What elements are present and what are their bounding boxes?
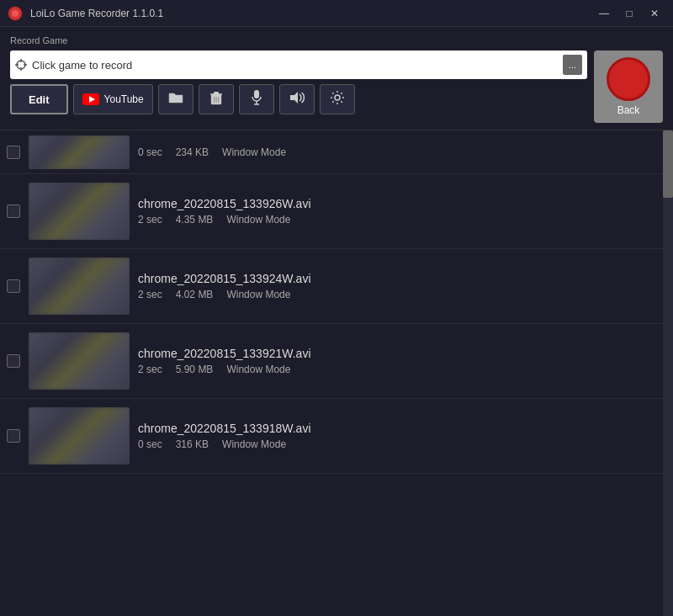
item-thumbnail <box>29 407 130 465</box>
item-mode: Window Mode <box>226 364 290 375</box>
item-checkbox[interactable] <box>7 146 20 159</box>
item-size: 5.90 MB <box>176 364 214 375</box>
settings-icon <box>330 90 345 109</box>
more-button[interactable]: ... <box>563 55 582 75</box>
item-checkbox[interactable] <box>7 429 20 443</box>
record-back-panel[interactable]: Back <box>594 50 663 123</box>
main-content: Record Game Click game to record <box>0 27 673 616</box>
item-checkbox[interactable] <box>7 204 20 218</box>
edit-button[interactable]: Edit <box>10 84 68 114</box>
item-mode: Window Mode <box>226 289 290 300</box>
game-input-row[interactable]: Click game to record ... <box>10 50 587 79</box>
list-item[interactable]: chrome_20220815_133926W.avi 2 sec 4.35 M… <box>0 174 663 249</box>
app-logo <box>7 5 24 22</box>
list-scroll[interactable]: 0 sec 234 KB Window Mode chrome_20220815… <box>0 130 663 616</box>
game-input-text: Click game to record <box>32 59 563 72</box>
item-filename: chrome_20220815_133918W.avi <box>138 422 311 435</box>
folder-icon <box>168 91 183 108</box>
item-info: chrome_20220815_133921W.avi 2 sec 5.90 M… <box>138 347 311 375</box>
item-info: chrome_20220815_133918W.avi 0 sec 316 KB… <box>138 422 311 450</box>
item-thumbnail <box>29 183 130 240</box>
item-mode: Window Mode <box>226 214 290 226</box>
item-meta: 2 sec 4.02 MB Window Mode <box>138 289 311 300</box>
item-mode: Window Mode <box>222 438 286 450</box>
microphone-button[interactable] <box>239 84 274 114</box>
record-game-label: Record Game <box>10 35 663 45</box>
left-controls: Click game to record ... Edit YouTube <box>10 50 587 114</box>
top-row: Click game to record ... Edit YouTube <box>10 50 663 123</box>
svg-marker-18 <box>290 92 298 104</box>
item-mode: Window Mode <box>222 146 286 158</box>
youtube-label: YouTube <box>104 93 144 105</box>
speaker-icon <box>289 91 305 108</box>
item-meta: 2 sec 5.90 MB Window Mode <box>138 364 311 375</box>
item-duration: 0 sec <box>138 438 162 450</box>
microphone-icon <box>252 90 262 109</box>
list-item[interactable]: 0 sec 234 KB Window Mode <box>0 130 663 174</box>
item-size: 316 KB <box>176 438 209 450</box>
item-meta: 2 sec 4.35 MB Window Mode <box>138 214 311 226</box>
scrollbar-track[interactable] <box>663 130 673 616</box>
item-checkbox[interactable] <box>7 279 20 293</box>
list-item[interactable]: chrome_20220815_133918W.avi 0 sec 316 KB… <box>0 399 663 474</box>
title-bar: LoiLo Game Recorder 1.1.0.1 — □ ✕ <box>0 0 673 27</box>
item-thumbnail <box>29 135 130 169</box>
app-title: LoiLo Game Recorder 1.1.0.1 <box>30 8 592 19</box>
item-checkbox[interactable] <box>7 354 20 368</box>
svg-rect-11 <box>214 92 219 94</box>
list-area: 0 sec 234 KB Window Mode chrome_20220815… <box>0 130 673 616</box>
item-thumbnail <box>29 258 130 315</box>
item-size: 4.02 MB <box>176 289 214 300</box>
item-filename: chrome_20220815_133926W.avi <box>138 197 311 210</box>
svg-point-1 <box>12 10 19 17</box>
youtube-logo-icon <box>82 93 99 105</box>
item-meta: 0 sec 316 KB Window Mode <box>138 438 311 450</box>
item-size: 234 KB <box>176 146 209 158</box>
top-panel: Record Game Click game to record <box>0 27 673 130</box>
window-controls: — □ ✕ <box>592 4 666 23</box>
item-thumbnail <box>29 332 130 390</box>
back-label: Back <box>617 104 640 116</box>
maximize-button[interactable]: □ <box>617 4 641 23</box>
speaker-button[interactable] <box>279 84 315 114</box>
trash-icon <box>210 91 222 109</box>
record-circle <box>607 57 650 101</box>
item-duration: 2 sec <box>138 289 162 300</box>
minimize-button[interactable]: — <box>592 4 616 23</box>
delete-button[interactable] <box>199 84 234 114</box>
item-size: 4.35 MB <box>176 214 214 226</box>
settings-button[interactable] <box>320 84 355 114</box>
scrollbar-thumb[interactable] <box>663 130 673 198</box>
crosshair-icon <box>15 59 27 71</box>
toolbar-row: Edit YouTube <box>10 84 587 114</box>
svg-rect-15 <box>254 90 259 98</box>
youtube-button[interactable]: YouTube <box>73 84 153 114</box>
list-item[interactable]: chrome_20220815_133921W.avi 2 sec 5.90 M… <box>0 324 663 399</box>
item-filename: chrome_20220815_133924W.avi <box>138 272 311 285</box>
item-duration: 2 sec <box>138 364 162 375</box>
folder-button[interactable] <box>158 84 193 114</box>
item-duration: 2 sec <box>138 214 162 226</box>
close-button[interactable]: ✕ <box>643 4 666 23</box>
item-filename: chrome_20220815_133921W.avi <box>138 347 311 360</box>
list-item[interactable]: chrome_20220815_133924W.avi 2 sec 4.02 M… <box>0 249 663 324</box>
item-info: chrome_20220815_133926W.avi 2 sec 4.35 M… <box>138 197 311 226</box>
item-meta: 0 sec 234 KB Window Mode <box>138 146 286 158</box>
svg-point-19 <box>335 95 340 100</box>
item-duration: 0 sec <box>138 146 162 158</box>
item-info: chrome_20220815_133924W.avi 2 sec 4.02 M… <box>138 272 311 300</box>
